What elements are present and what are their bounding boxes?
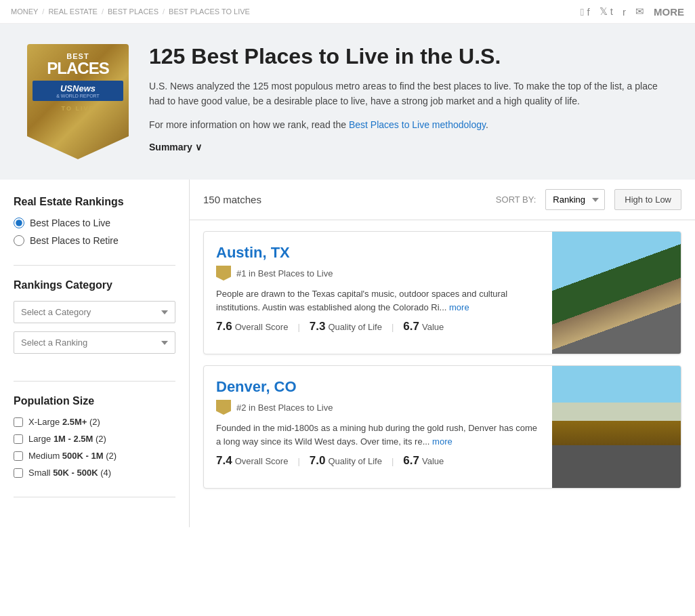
austin-title-link[interactable]: Austin, TX [216, 244, 290, 261]
radio-retire-label: Best Places to Retire [30, 235, 119, 246]
category-dropdown[interactable]: Select a Category [14, 301, 175, 323]
denver-more-link[interactable]: more [432, 436, 452, 447]
score-divider-2: | [392, 322, 394, 332]
austin-rank-text: #1 in Best Places to Live [236, 268, 333, 279]
austin-scores: 7.6 Overall Score | 7.3 Quality of Life … [216, 320, 540, 333]
logo-world-report: & WORLD REPORT [37, 94, 119, 98]
category-title: Rankings Category [14, 279, 175, 291]
austin-card-content: Austin, TX #1 in Best Places to Live Peo… [204, 232, 552, 354]
breadcrumb-realestate[interactable]: REAL ESTATE [48, 7, 98, 16]
logo-badge: BEST PLACES USNews & WORLD REPORT TO LIV… [27, 44, 129, 159]
breadcrumb-bar: MONEY / REAL ESTATE / BEST PLACES / BEST… [0, 0, 695, 24]
radio-retire-input[interactable] [14, 235, 24, 246]
pop-large-text: Large 1M - 2.5M (2) [28, 434, 106, 444]
denver-rank-row: #2 in Best Places to Live [216, 400, 540, 415]
more-button[interactable]: MORE [654, 6, 684, 18]
austin-rank-row: #1 in Best Places to Live [216, 266, 540, 281]
population-title: Population Size [14, 395, 175, 407]
results-header: 150 matches SORT BY: Ranking High to Low [190, 180, 695, 220]
results-list: Austin, TX #1 in Best Places to Live Peo… [190, 220, 695, 499]
denver-rank-text: #2 in Best Places to Live [236, 403, 333, 413]
methodology-link[interactable]: Best Places to Live methodology [349, 119, 486, 130]
breadcrumb-money[interactable]: MONEY [11, 7, 38, 16]
sidebar-divider-3 [14, 497, 175, 497]
rankings-title: Real Estate Rankings [14, 196, 175, 208]
logo-to-live: TO LIVE [62, 105, 95, 112]
pop-xlarge-label[interactable]: X-Large 2.5M+ (2) [14, 417, 175, 427]
twitter-icon[interactable]: 𝕏 t [599, 5, 613, 18]
place-card-denver: Denver, CO #2 in Best Places to Live Fou… [203, 365, 681, 489]
denver-description: Founded in the mid-1800s as a mining hub… [216, 422, 540, 449]
results-area: 150 matches SORT BY: Ranking High to Low… [190, 180, 695, 527]
pop-small-text: Small 50K - 500K (4) [28, 468, 111, 478]
pop-medium-text: Medium 500K - 1M (2) [28, 451, 117, 461]
hero-logo: BEST PLACES USNews & WORLD REPORT TO LIV… [27, 44, 129, 159]
logo-usnews-bar: USNews & WORLD REPORT [33, 81, 123, 101]
austin-overall-score: 7.6 Overall Score [216, 320, 288, 333]
place-card-austin: Austin, TX #1 in Best Places to Live Peo… [203, 231, 681, 354]
sort-direction-button[interactable]: High to Low [614, 189, 681, 210]
pop-large-label[interactable]: Large 1M - 2.5M (2) [14, 434, 175, 444]
denver-image [552, 366, 681, 488]
pop-small-checkbox[interactable] [14, 468, 23, 478]
pop-large-checkbox[interactable] [14, 434, 23, 444]
pop-xlarge-text: X-Large 2.5M+ (2) [28, 417, 100, 427]
logo-usnews-text: USNews [37, 83, 119, 94]
score-divider-3: | [297, 456, 299, 466]
rankings-section: Real Estate Rankings Best Places to Live… [14, 196, 175, 246]
austin-more-link[interactable]: more [449, 302, 469, 312]
hero-description-1: U.S. News analyzed the 125 most populous… [149, 79, 668, 109]
radio-best-places-label: Best Places to Live [30, 218, 110, 228]
denver-value-score: 6.7 Value [403, 454, 444, 468]
email-icon[interactable]: ✉ [635, 5, 644, 18]
breadcrumb-sep-2: / [102, 7, 104, 16]
austin-photo [552, 232, 681, 354]
hero-content: 125 Best Places to Live in the U.S. U.S.… [149, 44, 668, 152]
main-layout: Real Estate Rankings Best Places to Live… [0, 180, 695, 527]
score-divider-4: | [392, 456, 394, 466]
logo-places-text: PLACES [47, 60, 108, 77]
denver-rank-badge [216, 400, 231, 415]
hero-section: BEST PLACES USNews & WORLD REPORT TO LIV… [0, 24, 695, 180]
hero-description-2: For more information on how we rank, rea… [149, 117, 668, 132]
sidebar: Real Estate Rankings Best Places to Live… [0, 180, 190, 527]
denver-title-link[interactable]: Denver, CO [216, 378, 297, 395]
pop-medium-checkbox[interactable] [14, 451, 23, 461]
breadcrumb-sep-1: / [42, 7, 44, 16]
denver-photo [552, 366, 681, 488]
radio-best-places-input[interactable] [14, 218, 24, 228]
breadcrumb-bestplacestolive[interactable]: BEST PLACES TO LIVE [169, 7, 250, 16]
austin-quality-score: 7.3 Quality of Life [310, 320, 382, 333]
radio-best-places-to-live[interactable]: Best Places to Live [14, 218, 175, 228]
breadcrumb-sep-3: / [163, 7, 165, 16]
pop-xlarge-checkbox[interactable] [14, 417, 23, 427]
radio-best-places-to-retire[interactable]: Best Places to Retire [14, 235, 175, 246]
sidebar-divider-2 [14, 381, 175, 382]
matches-count: 150 matches [203, 194, 261, 205]
reddit-icon[interactable]: r [623, 6, 626, 18]
facebook-icon[interactable]:  f [581, 6, 590, 18]
austin-rank-badge [216, 266, 231, 281]
sort-by-label: SORT BY: [496, 194, 536, 205]
pop-medium-label[interactable]: Medium 500K - 1M (2) [14, 451, 175, 461]
page-title: 125 Best Places to Live in the U.S. [149, 44, 668, 69]
summary-button[interactable]: Summary ∨ [149, 142, 202, 152]
ranking-dropdown[interactable]: Select a Ranking [14, 331, 175, 354]
sort-select[interactable]: Ranking [545, 189, 605, 210]
austin-description: People are drawn to the Texas capital's … [216, 287, 540, 314]
denver-scores: 7.4 Overall Score | 7.0 Quality of Life … [216, 454, 540, 468]
austin-image [552, 232, 681, 354]
denver-card-content: Denver, CO #2 in Best Places to Live Fou… [204, 366, 552, 488]
austin-value-score: 6.7 Value [403, 320, 444, 333]
denver-quality-score: 7.0 Quality of Life [310, 454, 382, 468]
population-section: Population Size X-Large 2.5M+ (2) Large … [14, 395, 175, 478]
sidebar-divider-1 [14, 265, 175, 266]
score-divider-1: | [297, 322, 299, 332]
social-icons-group:  f 𝕏 t r ✉ MORE [581, 5, 684, 18]
pop-small-label[interactable]: Small 50K - 500K (4) [14, 468, 175, 478]
breadcrumb-bestplaces[interactable]: BEST PLACES [108, 7, 159, 16]
category-section: Rankings Category Select a Category Sele… [14, 279, 175, 362]
denver-overall-score: 7.4 Overall Score [216, 454, 288, 468]
